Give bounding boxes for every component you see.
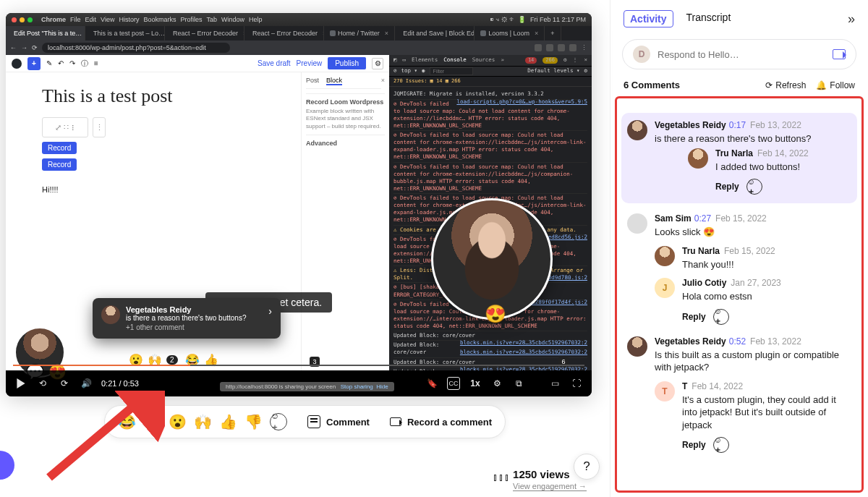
browser-tab[interactable]: React – Error Decoder× (165, 26, 244, 41)
theater-icon[interactable]: ▭ (548, 377, 561, 390)
nav-back-icon[interactable]: ← (10, 44, 17, 51)
fullscreen-icon[interactable]: ⛶ (570, 377, 583, 390)
sidebar-tab-post[interactable]: Post (306, 77, 319, 85)
react-wow[interactable]: 😮 (169, 413, 187, 430)
react-raise-hands[interactable]: 🙌 (194, 413, 212, 430)
advanced-section[interactable]: Advanced (306, 140, 337, 147)
settings-gear-icon[interactable]: ⚙ (372, 58, 383, 69)
loom-fab[interactable] (0, 451, 14, 480)
warn-count-badge[interactable]: 266 (542, 57, 558, 64)
devtools-tab-console[interactable]: Console (443, 56, 467, 64)
speed-button[interactable]: 1x (469, 377, 482, 390)
preview-link[interactable]: Preview (297, 59, 323, 67)
nav-fwd-icon[interactable]: → (21, 44, 27, 51)
mac-menu-item[interactable]: Edit (85, 16, 97, 23)
publish-button[interactable]: Publish (328, 57, 366, 69)
captions-button[interactable]: CC (447, 377, 460, 390)
reply-button[interactable]: Reply (682, 312, 706, 322)
settings-icon[interactable]: ⚙ (490, 377, 503, 390)
record-comment-button[interactable]: Record a comment (390, 417, 492, 428)
toolbar-info-icon[interactable]: ⓘ (81, 59, 88, 69)
tab-activity[interactable]: Activity (624, 10, 673, 27)
tab-transcript[interactable]: Transcript (686, 12, 731, 26)
comment-timestamp[interactable]: 0:27 (694, 213, 711, 224)
post-body-text[interactable]: Hi!!!! (42, 185, 272, 194)
devtools-device-icon[interactable]: ▭ (403, 56, 407, 64)
follow-button[interactable]: 🔔 Follow (816, 80, 855, 90)
block-more[interactable]: ⋮ (93, 117, 106, 137)
console-filter-input[interactable] (430, 67, 473, 75)
react-joy[interactable]: 😂 (118, 413, 136, 430)
browser-tab[interactable]: Home / Twitter× (324, 26, 395, 41)
devtools-menu-icon[interactable]: ⋮ (572, 56, 578, 64)
analytics-icon[interactable]: ⫾⫾⫾ (493, 471, 510, 484)
pip-icon[interactable]: ⧉ (512, 377, 525, 390)
console-settings-icon[interactable]: ⚙ (584, 67, 587, 75)
comment-button[interactable]: Comment (307, 415, 370, 428)
browser-menu-icon[interactable]: ⋮ (581, 44, 587, 51)
react-thumbs-down[interactable]: 👎 (244, 413, 263, 430)
ext-icon[interactable] (569, 44, 576, 51)
mac-menu-item[interactable]: Window (221, 16, 244, 23)
ext-icon[interactable] (546, 44, 553, 51)
toolbar-pen-icon[interactable]: ✎ (46, 59, 52, 67)
devtools-inspect-icon[interactable]: ◩ (393, 56, 397, 64)
sidebar-close-icon[interactable]: × (381, 77, 385, 84)
ext-icon[interactable] (535, 44, 542, 51)
react-icon[interactable]: ☺＋ (746, 179, 762, 195)
play-button[interactable] (14, 377, 27, 390)
add-block-button[interactable]: + (27, 57, 41, 70)
new-tab-button[interactable]: + (545, 26, 561, 41)
timeline[interactable] (6, 359, 592, 370)
panel-collapse-icon[interactable]: » (848, 12, 855, 27)
mac-menu-item[interactable]: Help (249, 16, 263, 23)
help-button[interactable]: ? (574, 454, 600, 480)
record-button[interactable]: Record (42, 158, 77, 171)
url-field[interactable]: localhost:8000/wp-admin/post.php?post=5&… (42, 43, 230, 53)
reply-button[interactable]: Reply (682, 440, 706, 450)
browser-tab[interactable]: This is a test post – Lo…× (85, 26, 165, 41)
chevron-right-icon[interactable]: › (268, 305, 272, 317)
record-button[interactable]: Record (42, 142, 77, 154)
devtools-close-icon[interactable]: × (584, 56, 587, 64)
devtools-tab-elements[interactable]: Elements (412, 56, 438, 64)
react-more-icon[interactable]: ☺＋ (270, 413, 287, 430)
react-thumbs-up[interactable]: 👍 (219, 413, 237, 430)
popup-more[interactable]: +1 other comment (101, 323, 272, 331)
refresh-button[interactable]: ⟳ Refresh (765, 80, 806, 90)
comment-timestamp[interactable]: 0:17 (729, 120, 746, 130)
sidebar-tab-block[interactable]: Block (326, 77, 342, 85)
issues-count[interactable]: 270 Issues: ▦ 14 ▦ 266 (389, 77, 592, 87)
react-icon[interactable]: ☺＋ (713, 437, 729, 453)
devtools-settings-icon[interactable]: ⚙ (563, 56, 567, 64)
comment-popup[interactable]: › Vegetables Reidy is there a reason the… (93, 298, 281, 339)
post-title[interactable]: This is a test post (42, 85, 272, 107)
video-reply-icon[interactable] (833, 49, 846, 59)
error-count-badge[interactable]: 14 (525, 57, 537, 64)
browser-tab[interactable]: Edit Post "This is a te…× (6, 26, 85, 41)
toolbar-undo-icon[interactable]: ↶ (58, 59, 64, 67)
save-draft-link[interactable]: Save draft (258, 59, 291, 67)
respond-input[interactable]: D (622, 39, 856, 69)
forward-button[interactable]: ⟳ (58, 377, 71, 390)
mac-menu-item[interactable]: Bookmarks (143, 16, 176, 23)
rewind-button[interactable]: ⟲ (36, 377, 49, 390)
mac-menu-item[interactable]: Tab (206, 16, 217, 23)
view-engagement-link[interactable]: View engagement → (513, 482, 587, 491)
mac-menu-item[interactable]: View (101, 16, 114, 23)
ext-icon[interactable] (558, 44, 565, 51)
mac-menu-item[interactable]: Profiles (180, 16, 202, 23)
volume-icon[interactable]: 🔊 (80, 377, 93, 390)
bookmark-icon[interactable]: 🔖 (425, 377, 438, 390)
log-levels[interactable]: Default levels ▾ (527, 67, 579, 75)
browser-tab[interactable]: Looms | Loom× (475, 26, 545, 41)
browser-tab[interactable]: React – Error Decoder× (244, 26, 324, 41)
reply-button[interactable]: Reply (715, 182, 739, 192)
console-clear-icon[interactable]: ⊘ (393, 67, 397, 75)
mac-menu-item[interactable]: History (119, 16, 139, 23)
toolbar-redo-icon[interactable]: ↷ (69, 59, 75, 67)
devtools-tab-sources[interactable]: Sources (472, 56, 495, 64)
nav-reload-icon[interactable]: ⟳ (32, 44, 38, 51)
browser-tab[interactable]: Edit and Save | Block Edi…× (395, 26, 475, 41)
react-heart-eyes[interactable]: 😍 (143, 413, 161, 430)
